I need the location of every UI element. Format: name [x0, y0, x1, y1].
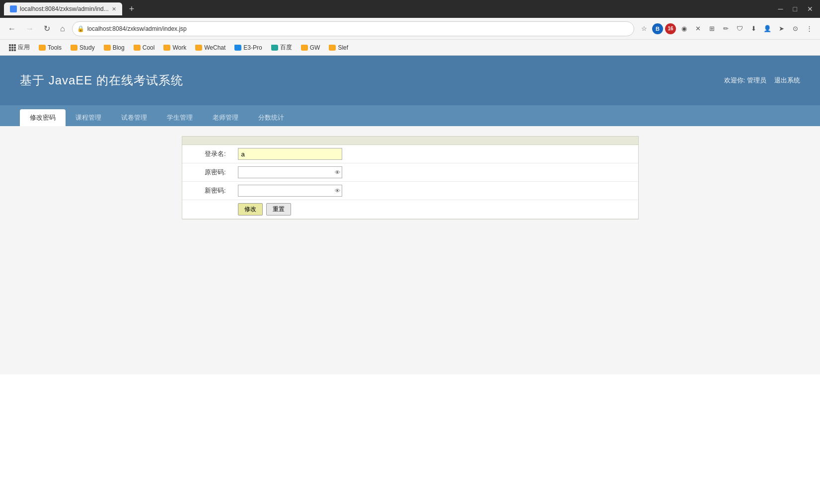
bookmark-label: Tools — [48, 44, 62, 51]
apps-grid-icon — [9, 44, 16, 51]
folder-icon — [134, 45, 141, 51]
bookmark-study[interactable]: Study — [67, 43, 99, 53]
url-input[interactable] — [72, 21, 634, 36]
folder-icon — [71, 45, 77, 51]
title-bar: localhost:8084/zxksw/admin/ind... ✕ + ─ … — [0, 0, 820, 18]
logout-link[interactable]: 退出系统 — [774, 76, 800, 85]
old-password-label: 原密码: — [182, 163, 232, 182]
form-header — [182, 137, 638, 145]
star-icon[interactable]: ☆ — [638, 23, 650, 35]
old-password-input[interactable] — [238, 166, 342, 178]
extension-circle-icon[interactable]: ◉ — [678, 23, 690, 35]
bookmark-label: Work — [172, 44, 186, 51]
folder-icon — [271, 45, 278, 51]
old-password-eye-icon[interactable]: 👁 — [335, 169, 340, 175]
toolbar-icons: ☆ B 16 ◉ ✕ ⊞ ✏ 🛡 ⬇ 👤 ➤ ⊙ ⋮ — [638, 23, 815, 35]
table-row: 原密码: 👁 — [182, 163, 638, 182]
home-button[interactable]: ⌂ — [57, 22, 68, 35]
apps-label: 应用 — [18, 43, 30, 52]
reset-button[interactable]: 重置 — [266, 203, 291, 216]
new-password-eye-icon[interactable]: 👁 — [335, 188, 340, 194]
tab-favicon — [10, 5, 17, 12]
folder-icon — [39, 45, 46, 51]
bookmark-label: Cool — [143, 44, 155, 51]
submit-button[interactable]: 修改 — [238, 203, 263, 216]
bookmark-label: Slef — [338, 44, 348, 51]
lock-icon: 🔒 — [77, 25, 84, 32]
extension-person-icon[interactable]: 👤 — [761, 23, 773, 35]
extension-dl-icon[interactable]: ⬇ — [747, 23, 759, 35]
tab-close-button[interactable]: ✕ — [112, 6, 116, 12]
folder-icon — [163, 45, 170, 51]
nav-exam-mgmt[interactable]: 试卷管理 — [111, 109, 157, 126]
username-label: 登录名: — [182, 145, 232, 163]
old-password-spacer — [600, 163, 638, 182]
folder-icon — [301, 45, 308, 51]
bookmark-label: GW — [310, 44, 320, 51]
extension-pen-icon[interactable]: ✏ — [720, 23, 732, 35]
close-button[interactable]: ✕ — [804, 4, 816, 14]
nav-teacher-mgmt[interactable]: 老师管理 — [203, 109, 248, 126]
window-controls: ─ □ ✕ — [775, 4, 816, 14]
bookmark-work[interactable]: Work — [159, 43, 190, 53]
bookmark-baidu[interactable]: 百度 — [267, 42, 296, 53]
app-header: 基于 JavaEE 的在线考试系统 欢迎你: 管理员 退出系统 — [0, 56, 820, 105]
bookmark-tools[interactable]: Tools — [35, 43, 66, 53]
active-tab[interactable]: localhost:8084/zxksw/admin/ind... ✕ — [4, 2, 122, 15]
actions-cell: 修改 重置 — [232, 200, 638, 219]
welcome-text: 欢迎你: 管理员 — [724, 76, 766, 85]
extension-shield-icon[interactable]: 🛡 — [734, 23, 745, 35]
table-row: 修改 重置 — [182, 200, 638, 219]
bookmark-wechat[interactable]: WeChat — [191, 43, 229, 53]
page-content: 基于 JavaEE 的在线考试系统 欢迎你: 管理员 退出系统 修改密码 课程管… — [0, 56, 820, 403]
bookmark-label: WeChat — [204, 44, 225, 51]
extension-r-icon[interactable]: 16 — [665, 23, 676, 34]
menu-icon[interactable]: ⋮ — [803, 23, 815, 35]
actions-label-cell — [182, 200, 232, 219]
extension-grid-icon[interactable]: ⊞ — [706, 23, 718, 35]
extension-b-icon[interactable]: B — [652, 23, 663, 34]
extension-x-icon[interactable]: ✕ — [692, 23, 704, 35]
username-spacer — [600, 145, 638, 163]
reload-button[interactable]: ↻ — [41, 22, 53, 35]
new-password-input[interactable] — [238, 185, 342, 197]
bookmark-slef[interactable]: Slef — [325, 43, 352, 53]
folder-icon — [329, 45, 336, 51]
username-cell — [232, 145, 600, 163]
extension-arrow-icon[interactable]: ➤ — [775, 23, 787, 35]
profile-icon[interactable]: ⊙ — [789, 23, 801, 35]
form-container: 登录名: 原密码: 👁 — [182, 136, 639, 219]
bookmark-gw[interactable]: GW — [297, 43, 324, 53]
nav-course-mgmt[interactable]: 课程管理 — [66, 109, 111, 126]
bookmark-label: E3-Pro — [243, 44, 262, 51]
form-table: 登录名: 原密码: 👁 — [182, 145, 638, 219]
tab-bar: localhost:8084/zxksw/admin/ind... ✕ + — [4, 2, 137, 15]
main-content: 登录名: 原密码: 👁 — [0, 126, 820, 374]
bookmark-e3pro[interactable]: E3-Pro — [230, 43, 266, 53]
forward-button[interactable]: → — [23, 22, 37, 35]
back-button[interactable]: ← — [5, 22, 19, 35]
nav-change-pwd[interactable]: 修改密码 — [20, 109, 66, 126]
new-tab-button[interactable]: + — [126, 4, 138, 14]
app-nav: 修改密码 课程管理 试卷管理 学生管理 老师管理 分数统计 — [0, 105, 820, 126]
bookmark-cool[interactable]: Cool — [130, 43, 159, 53]
new-password-spacer — [600, 182, 638, 200]
bookmark-blog[interactable]: Blog — [100, 43, 129, 53]
table-row: 登录名: — [182, 145, 638, 163]
app-title: 基于 JavaEE 的在线考试系统 — [20, 72, 183, 88]
apps-button[interactable]: 应用 — [5, 42, 34, 53]
maximize-button[interactable]: □ — [790, 4, 800, 14]
bookmark-label: Study — [79, 44, 95, 51]
address-bar: ← → ↻ ⌂ 🔒 ☆ B 16 ◉ ✕ ⊞ ✏ 🛡 ⬇ 👤 ➤ ⊙ ⋮ — [0, 18, 820, 40]
minimize-button[interactable]: ─ — [775, 4, 786, 14]
old-password-cell: 👁 — [232, 163, 600, 182]
username-input[interactable] — [238, 148, 342, 160]
folder-icon — [104, 45, 111, 51]
new-password-label: 新密码: — [182, 182, 232, 200]
nav-score-stats[interactable]: 分数统计 — [248, 109, 294, 126]
new-password-cell: 👁 — [232, 182, 600, 200]
nav-student-mgmt[interactable]: 学生管理 — [157, 109, 203, 126]
url-bar-wrapper: 🔒 — [72, 21, 634, 36]
bookmarks-bar: 应用 Tools Study Blog Cool Work WeChat E3-… — [0, 40, 820, 56]
table-row: 新密码: 👁 — [182, 182, 638, 200]
